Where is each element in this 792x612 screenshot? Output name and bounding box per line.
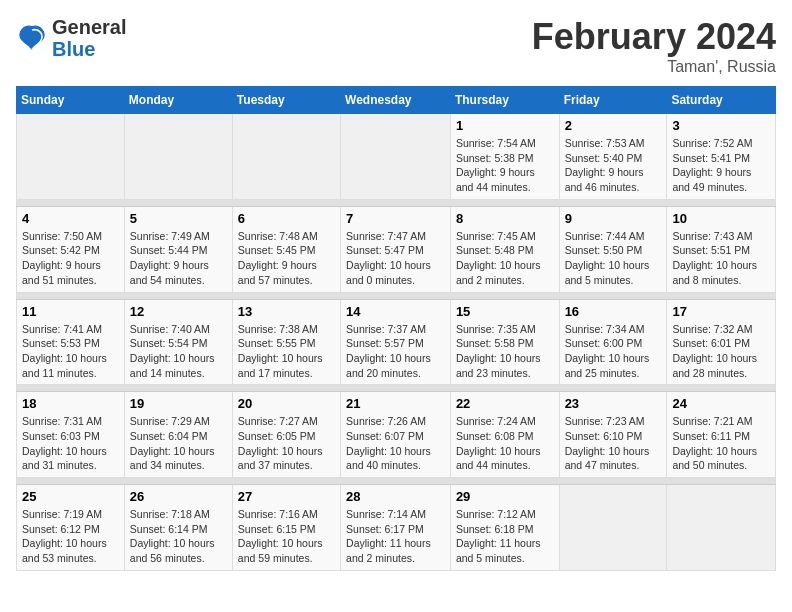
day-info: Sunrise: 7:37 AMSunset: 5:57 PMDaylight:… [346, 322, 445, 381]
header-day: Saturday [667, 87, 776, 114]
day-info: Sunrise: 7:48 AMSunset: 5:45 PMDaylight:… [238, 229, 335, 288]
day-number: 17 [672, 304, 770, 319]
logo-general: General [52, 16, 126, 38]
calendar-cell: 27Sunrise: 7:16 AMSunset: 6:15 PMDayligh… [232, 485, 340, 571]
header-row: SundayMondayTuesdayWednesdayThursdayFrid… [17, 87, 776, 114]
calendar-cell: 21Sunrise: 7:26 AMSunset: 6:07 PMDayligh… [341, 392, 451, 478]
calendar-cell: 16Sunrise: 7:34 AMSunset: 6:00 PMDayligh… [559, 299, 667, 385]
week-spacer [17, 385, 776, 392]
day-number: 9 [565, 211, 662, 226]
day-number: 18 [22, 396, 119, 411]
day-info: Sunrise: 7:50 AMSunset: 5:42 PMDaylight:… [22, 229, 119, 288]
calendar-cell: 23Sunrise: 7:23 AMSunset: 6:10 PMDayligh… [559, 392, 667, 478]
day-number: 2 [565, 118, 662, 133]
calendar-cell: 5Sunrise: 7:49 AMSunset: 5:44 PMDaylight… [124, 206, 232, 292]
day-number: 24 [672, 396, 770, 411]
day-info: Sunrise: 7:52 AMSunset: 5:41 PMDaylight:… [672, 136, 770, 195]
calendar-cell: 3Sunrise: 7:52 AMSunset: 5:41 PMDaylight… [667, 114, 776, 200]
calendar-cell: 9Sunrise: 7:44 AMSunset: 5:50 PMDaylight… [559, 206, 667, 292]
logo-icon [16, 22, 48, 54]
day-number: 22 [456, 396, 554, 411]
logo-blue: Blue [52, 38, 95, 60]
day-number: 5 [130, 211, 227, 226]
day-number: 12 [130, 304, 227, 319]
day-number: 20 [238, 396, 335, 411]
calendar-table: SundayMondayTuesdayWednesdayThursdayFrid… [16, 86, 776, 571]
calendar-week-row: 25Sunrise: 7:19 AMSunset: 6:12 PMDayligh… [17, 485, 776, 571]
logo: General Blue [16, 16, 126, 60]
calendar-cell: 1Sunrise: 7:54 AMSunset: 5:38 PMDaylight… [450, 114, 559, 200]
header-day: Thursday [450, 87, 559, 114]
day-number: 23 [565, 396, 662, 411]
day-info: Sunrise: 7:12 AMSunset: 6:18 PMDaylight:… [456, 507, 554, 566]
day-info: Sunrise: 7:26 AMSunset: 6:07 PMDaylight:… [346, 414, 445, 473]
calendar-cell: 24Sunrise: 7:21 AMSunset: 6:11 PMDayligh… [667, 392, 776, 478]
day-number: 10 [672, 211, 770, 226]
day-info: Sunrise: 7:40 AMSunset: 5:54 PMDaylight:… [130, 322, 227, 381]
calendar-week-row: 11Sunrise: 7:41 AMSunset: 5:53 PMDayligh… [17, 299, 776, 385]
calendar-cell [17, 114, 125, 200]
location: Taman', Russia [532, 58, 776, 76]
day-number: 3 [672, 118, 770, 133]
day-info: Sunrise: 7:54 AMSunset: 5:38 PMDaylight:… [456, 136, 554, 195]
day-info: Sunrise: 7:34 AMSunset: 6:00 PMDaylight:… [565, 322, 662, 381]
week-spacer [17, 478, 776, 485]
day-info: Sunrise: 7:43 AMSunset: 5:51 PMDaylight:… [672, 229, 770, 288]
calendar-week-row: 18Sunrise: 7:31 AMSunset: 6:03 PMDayligh… [17, 392, 776, 478]
calendar-cell: 10Sunrise: 7:43 AMSunset: 5:51 PMDayligh… [667, 206, 776, 292]
day-info: Sunrise: 7:44 AMSunset: 5:50 PMDaylight:… [565, 229, 662, 288]
day-number: 4 [22, 211, 119, 226]
header-day: Tuesday [232, 87, 340, 114]
calendar-cell: 13Sunrise: 7:38 AMSunset: 5:55 PMDayligh… [232, 299, 340, 385]
day-number: 11 [22, 304, 119, 319]
day-number: 14 [346, 304, 445, 319]
calendar-cell: 26Sunrise: 7:18 AMSunset: 6:14 PMDayligh… [124, 485, 232, 571]
calendar-cell: 15Sunrise: 7:35 AMSunset: 5:58 PMDayligh… [450, 299, 559, 385]
calendar-cell: 14Sunrise: 7:37 AMSunset: 5:57 PMDayligh… [341, 299, 451, 385]
day-info: Sunrise: 7:29 AMSunset: 6:04 PMDaylight:… [130, 414, 227, 473]
calendar-cell: 4Sunrise: 7:50 AMSunset: 5:42 PMDaylight… [17, 206, 125, 292]
calendar-body: 1Sunrise: 7:54 AMSunset: 5:38 PMDaylight… [17, 114, 776, 571]
calendar-header: SundayMondayTuesdayWednesdayThursdayFrid… [17, 87, 776, 114]
day-info: Sunrise: 7:49 AMSunset: 5:44 PMDaylight:… [130, 229, 227, 288]
calendar-cell [232, 114, 340, 200]
day-info: Sunrise: 7:53 AMSunset: 5:40 PMDaylight:… [565, 136, 662, 195]
month-year: February 2024 [532, 16, 776, 58]
day-info: Sunrise: 7:41 AMSunset: 5:53 PMDaylight:… [22, 322, 119, 381]
day-number: 28 [346, 489, 445, 504]
calendar-cell: 22Sunrise: 7:24 AMSunset: 6:08 PMDayligh… [450, 392, 559, 478]
day-number: 19 [130, 396, 227, 411]
calendar-cell: 28Sunrise: 7:14 AMSunset: 6:17 PMDayligh… [341, 485, 451, 571]
calendar-cell: 17Sunrise: 7:32 AMSunset: 6:01 PMDayligh… [667, 299, 776, 385]
title-block: February 2024 Taman', Russia [532, 16, 776, 76]
day-info: Sunrise: 7:47 AMSunset: 5:47 PMDaylight:… [346, 229, 445, 288]
day-number: 8 [456, 211, 554, 226]
calendar-cell: 29Sunrise: 7:12 AMSunset: 6:18 PMDayligh… [450, 485, 559, 571]
week-spacer [17, 292, 776, 299]
day-info: Sunrise: 7:23 AMSunset: 6:10 PMDaylight:… [565, 414, 662, 473]
day-info: Sunrise: 7:35 AMSunset: 5:58 PMDaylight:… [456, 322, 554, 381]
day-number: 26 [130, 489, 227, 504]
calendar-cell: 18Sunrise: 7:31 AMSunset: 6:03 PMDayligh… [17, 392, 125, 478]
header-day: Wednesday [341, 87, 451, 114]
day-number: 27 [238, 489, 335, 504]
day-info: Sunrise: 7:14 AMSunset: 6:17 PMDaylight:… [346, 507, 445, 566]
day-info: Sunrise: 7:38 AMSunset: 5:55 PMDaylight:… [238, 322, 335, 381]
calendar-cell: 2Sunrise: 7:53 AMSunset: 5:40 PMDaylight… [559, 114, 667, 200]
calendar-week-row: 4Sunrise: 7:50 AMSunset: 5:42 PMDaylight… [17, 206, 776, 292]
day-info: Sunrise: 7:31 AMSunset: 6:03 PMDaylight:… [22, 414, 119, 473]
calendar-week-row: 1Sunrise: 7:54 AMSunset: 5:38 PMDaylight… [17, 114, 776, 200]
week-spacer [17, 199, 776, 206]
calendar-cell [124, 114, 232, 200]
calendar-cell: 20Sunrise: 7:27 AMSunset: 6:05 PMDayligh… [232, 392, 340, 478]
calendar-cell [667, 485, 776, 571]
day-info: Sunrise: 7:24 AMSunset: 6:08 PMDaylight:… [456, 414, 554, 473]
day-number: 7 [346, 211, 445, 226]
day-number: 29 [456, 489, 554, 504]
day-number: 16 [565, 304, 662, 319]
calendar-cell: 11Sunrise: 7:41 AMSunset: 5:53 PMDayligh… [17, 299, 125, 385]
header-day: Friday [559, 87, 667, 114]
logo-text: General Blue [52, 16, 126, 60]
calendar-cell: 25Sunrise: 7:19 AMSunset: 6:12 PMDayligh… [17, 485, 125, 571]
day-info: Sunrise: 7:27 AMSunset: 6:05 PMDaylight:… [238, 414, 335, 473]
